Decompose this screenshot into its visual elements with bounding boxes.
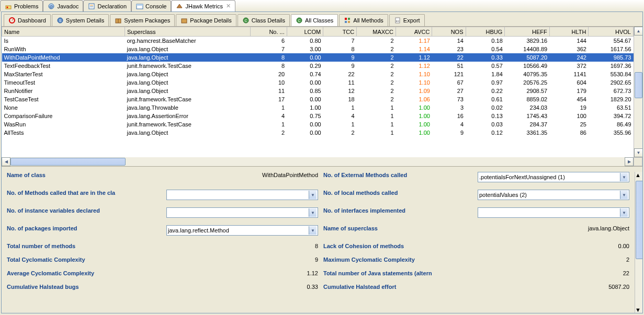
table-row[interactable]: WithDataPointMethodjava.lang.Object80.00…	[2, 53, 634, 62]
table-header: Name Superclass No. ... LCOM TCC MAXCC A…	[2, 27, 634, 37]
table-row[interactable]: MaxStarterTestjava.lang.Object200.742221…	[2, 70, 634, 78]
value-cum-effort: 5087.20	[478, 284, 629, 290]
svg-text:S: S	[59, 19, 61, 22]
value-cum-bugs: 0.33	[166, 284, 318, 290]
tab-dashboard[interactable]: Dashboard	[4, 14, 51, 26]
scroll-down-arrow[interactable]: ▼	[634, 148, 642, 157]
svg-rect-8	[137, 4, 143, 6]
tab-all-classes[interactable]: CAll Classes	[291, 14, 338, 26]
combo-interfaces[interactable]: ▼	[478, 207, 629, 218]
combo-methods-in-class[interactable]: ▼	[166, 190, 318, 200]
declaration-icon	[88, 3, 95, 10]
tab-jhawk-metrics[interactable]: JHawk Metrics✕	[171, 0, 235, 11]
combo-local-methods[interactable]: potentialValues (2)▼	[478, 190, 629, 200]
col-hbug[interactable]: HBUG	[466, 27, 505, 37]
metrics-table: Name Superclass No. ... LCOM TCC MAXCC A…	[2, 27, 634, 157]
table-row[interactable]: TimeoutTestjava.lang.Object100.001121.10…	[2, 78, 634, 87]
table-row[interactable]: TestCaseTestjunit.framework.TestCase170.…	[2, 95, 634, 103]
col-nos[interactable]: NOS	[432, 27, 466, 37]
details-vertical-scrollbar[interactable]: ▲ ▼	[635, 172, 642, 313]
svg-rect-22	[345, 21, 347, 23]
system-details-icon: S	[57, 17, 64, 24]
tab-export[interactable]: exExport	[389, 14, 425, 26]
combo-packages-imported[interactable]: java.lang.reflect.Method▼	[166, 225, 318, 236]
problems-icon	[5, 3, 12, 10]
console-icon	[136, 3, 143, 10]
label-total-stmts: Total number of Java statements (altern	[323, 270, 472, 276]
chevron-down-icon: ▼	[309, 208, 317, 217]
svg-text:C: C	[298, 19, 300, 22]
svg-rect-15	[182, 19, 187, 23]
col-name[interactable]: Name	[2, 27, 125, 37]
value-total-stmts: 22	[478, 270, 629, 276]
chevron-down-icon: ▼	[620, 191, 628, 199]
eclipse-view-tabs: Problems @Javadoc Declaration Console JH…	[0, 0, 644, 11]
scroll-down-arrow[interactable]: ▼	[635, 307, 641, 313]
tab-problems[interactable]: Problems	[0, 0, 43, 11]
tab-javadoc[interactable]: @Javadoc	[43, 0, 83, 11]
svg-text:ex: ex	[396, 19, 399, 22]
label-packages-imported: No. of packages imported	[7, 225, 161, 236]
system-packages-icon	[115, 17, 122, 24]
combo-external-methods[interactable]: .potentialsForNextUnassigned (1)▼	[478, 172, 629, 182]
scroll-up-arrow[interactable]: ▲	[635, 172, 642, 178]
label-max-cyclo: Maximum Cyclomatic Complexity	[323, 256, 472, 263]
scroll-up-arrow[interactable]: ▲	[634, 27, 642, 36]
label-methods-in-class: No. of Methods called that are in the cl…	[7, 190, 161, 200]
chevron-down-icon: ▼	[309, 191, 317, 199]
tab-console[interactable]: Console	[131, 0, 171, 11]
table-horizontal-scrollbar[interactable]: ◀ ▶	[2, 157, 642, 166]
col-lcom[interactable]: LCOM	[287, 27, 323, 37]
chevron-down-icon: ▼	[309, 226, 317, 235]
col-tcc[interactable]: TCC	[323, 27, 357, 37]
col-avcc[interactable]: AVCC	[396, 27, 432, 37]
col-maxcc[interactable]: MAXCC	[357, 27, 396, 37]
table-vertical-scrollbar[interactable]: ▲ ▼	[634, 27, 642, 157]
tab-declaration[interactable]: Declaration	[83, 0, 131, 11]
svg-rect-4	[89, 4, 94, 9]
label-total-methods: Total number of methods	[7, 243, 161, 249]
label-interfaces: No. of interfaces implemented	[323, 207, 472, 218]
jhawk-icon	[176, 3, 183, 10]
svg-line-10	[12, 19, 14, 20]
col-hvol[interactable]: HVOL	[589, 27, 634, 37]
scroll-thumb[interactable]	[636, 181, 642, 259]
export-icon: ex	[394, 17, 401, 24]
jhawk-panel: Dashboard SSystem Details System Package…	[1, 11, 643, 313]
metrics-table-container: Name Superclass No. ... LCOM TCC MAXCC A…	[2, 27, 642, 167]
label-external-methods: No. of External Methods called	[323, 172, 472, 182]
label-instance-vars: No. of instance variables declared	[7, 207, 161, 218]
jhawk-inner-tabs: Dashboard SSystem Details System Package…	[2, 12, 642, 27]
tab-system-packages[interactable]: System Packages	[110, 14, 175, 26]
col-hlth[interactable]: HLTH	[549, 27, 589, 37]
label-superclass: Name of superclass	[323, 225, 472, 236]
table-row[interactable]: RunWithjava.lang.Object73.00821.14230.54…	[2, 45, 634, 53]
table-row[interactable]: Isorg.hamcrest.BaseMatcher60.80721.17140…	[2, 37, 634, 45]
chevron-down-icon: ▼	[620, 208, 628, 217]
all-classes-icon: C	[296, 17, 303, 24]
label-name-of-class: Name of class	[7, 172, 161, 182]
value-superclass: java.lang.Object	[478, 225, 629, 236]
all-methods-icon	[344, 17, 351, 24]
table-row[interactable]: ComparisonFailurejava.lang.AssertionErro…	[2, 112, 634, 120]
table-row[interactable]: TextFeedbackTestjunit.framework.TestCase…	[2, 62, 634, 70]
hscroll-thumb[interactable]	[10, 158, 126, 166]
tab-class-details[interactable]: CClass Details	[238, 14, 290, 26]
col-superclass[interactable]: Superclass	[125, 27, 250, 37]
tab-all-methods[interactable]: All Methods	[339, 14, 388, 26]
scroll-thumb[interactable]	[635, 72, 642, 98]
tab-system-details[interactable]: SSystem Details	[52, 14, 109, 26]
tab-package-details[interactable]: Package Details	[176, 14, 236, 26]
value-total-methods: 8	[166, 243, 318, 249]
combo-instance-vars[interactable]: ▼	[166, 207, 318, 218]
table-row[interactable]: AllTestsjava.lang.Object20.00211.0090.12…	[2, 129, 634, 137]
label-total-cyclo: Total Cyclomatic Complexity	[7, 256, 161, 263]
scroll-left-arrow[interactable]: ◀	[2, 157, 10, 166]
table-row[interactable]: Nonejava.lang.Throwable11.00111.0030.022…	[2, 103, 634, 112]
scroll-right-arrow[interactable]: ▶	[625, 157, 634, 166]
col-heff[interactable]: HEFF	[505, 27, 549, 37]
col-no[interactable]: No. ...	[251, 27, 287, 37]
close-icon[interactable]: ✕	[226, 3, 231, 9]
table-row[interactable]: RunNotifierjava.lang.Object110.851221.09…	[2, 87, 634, 95]
table-row[interactable]: WasRunjunit.framework.TestCase10.00111.0…	[2, 120, 634, 129]
